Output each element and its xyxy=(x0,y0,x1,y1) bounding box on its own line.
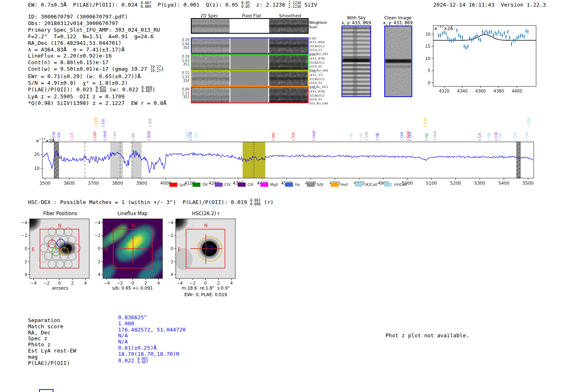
legend-item: SiIV xyxy=(307,183,324,187)
hsc-caption-1: m:18.6 re:1.8" s:0.9" xyxy=(182,285,230,290)
info-line: RA,Dec (176.482941,51.044701) xyxy=(28,40,167,46)
info-line: P(LAE)/P(OII): 0.023 0.0540.008 (w: 0.02… xyxy=(28,86,167,94)
match-table-value: 0.836625" xyxy=(118,315,186,321)
svg-text:E: E xyxy=(105,247,108,252)
match-table-label: P(LAE)/P(OII) xyxy=(28,360,76,366)
svg-text:4320: 4320 xyxy=(439,89,449,93)
spectral-line-label: ( CIII xyxy=(423,118,427,127)
stacked-fraction: 2.12362.1236 xyxy=(288,1,301,9)
spec2d-row-left-labels: 0.19 1.46 354 xyxy=(173,38,189,50)
legend-item: HeII xyxy=(331,183,348,187)
svg-text:2: 2 xyxy=(144,281,147,285)
match-table-label: RA, Dec xyxy=(28,330,76,336)
svg-text:N: N xyxy=(131,223,135,228)
spectral-line-label: ( SiIV xyxy=(93,116,98,127)
match-table-label: Spec z xyxy=(28,336,76,342)
svg-text:5: 5 xyxy=(428,68,430,73)
photz-note: Phot z plot not available. xyxy=(386,332,469,339)
svg-text:N: N xyxy=(204,223,207,228)
spectrum-line-legend: LyαOIICIVCIIIMgIIHγSiIVHeII(K)CaII(H)CaI… xyxy=(33,183,543,187)
svg-text:−2: −2 xyxy=(167,233,173,238)
match-table-value: 176.482572, 51.044720 xyxy=(118,327,186,333)
spectral-line-label: ( OII xyxy=(193,133,198,141)
info-line: λ = 4364.83Å σ = 7.41(±3.17)Å xyxy=(28,46,167,53)
svg-text:N: N xyxy=(58,223,61,228)
svg-text:0: 0 xyxy=(428,81,430,85)
match-table-value: 18.70(18.70,18.70)R xyxy=(118,351,186,357)
svg-text:4380: 4380 xyxy=(494,89,504,93)
spec2d-row xyxy=(191,54,309,70)
clean-image xyxy=(384,26,412,97)
stacked-fraction: 0.0650.007 xyxy=(137,357,148,364)
inset-flux-unit-label: e−17×2Å xyxy=(434,25,453,31)
spec2d-row-right-labels: 1.56" (433, 878) 20180312 v014_03 303_RU… xyxy=(309,86,328,105)
legend-swatch xyxy=(193,183,200,187)
svg-text:0: 0 xyxy=(25,246,27,251)
summary-header: EW: 0.7±0.3Å P(LAE)/P(OII): 0.024 0.0670… xyxy=(28,2,317,9)
svg-text:0: 0 xyxy=(204,281,207,285)
legend-swatch xyxy=(260,183,268,187)
spec2d-row xyxy=(191,70,309,87)
spectral-line-label: ( Hβ xyxy=(375,133,379,141)
info-line: Cont(w) = 9.50(±0.01)e-17 (gmag 19.27 19… xyxy=(28,66,167,73)
svg-text:4: 4 xyxy=(98,272,100,277)
weighted-sum-strips xyxy=(192,19,308,33)
spectral-line-label: ( Hγ xyxy=(348,133,353,141)
spectral-line-label: ( HeII xyxy=(311,131,316,141)
hsc-caption-2: EWr: 0, PLAE: 0.019 xyxy=(184,292,227,297)
spec2d-row-left-labels: 0.15 1.53 334 xyxy=(173,71,189,83)
info-line: EWr = 0.71(±0.29) (w: 0.65(±0.27))Å xyxy=(28,73,167,80)
svg-text:4360: 4360 xyxy=(475,89,485,93)
svg-text:20: 20 xyxy=(426,32,430,37)
stacked-fraction: 0.0610.006 xyxy=(250,199,261,206)
spectral-line-label: ( Hγ xyxy=(424,133,429,141)
match-table-labels: SeparationMatch scoreRA, DecSpec zPhoto … xyxy=(28,318,76,366)
svg-text:15: 15 xyxy=(426,44,430,49)
svg-text:2: 2 xyxy=(71,281,74,285)
svg-text:4340: 4340 xyxy=(457,89,467,93)
svg-text:0: 0 xyxy=(171,246,173,251)
spectral-line-label: ( Hγ xyxy=(358,133,363,141)
lineflux-caption: s/b: 0.65 +/- 0.091 xyxy=(112,285,153,290)
svg-text:E: E xyxy=(32,247,35,252)
next-panel-partial-box xyxy=(39,389,53,392)
spectral-line-label: ( OIII xyxy=(399,132,404,141)
spectral-line-label: ( SiII xyxy=(291,132,295,141)
col-header-smoothed: Smoothed xyxy=(279,13,301,18)
with-sky-coords: x, y: 433, 869 xyxy=(341,20,371,25)
svg-text:−2: −2 xyxy=(21,233,27,238)
legend-swatch xyxy=(355,183,362,187)
svg-text:−4: −4 xyxy=(104,281,110,285)
timestamp-version: 2024-12-14 16:11:43 Version 1.22.3 xyxy=(433,2,546,8)
line-fit-inset-plot: 4320434043604380440005101520 xyxy=(426,20,546,98)
svg-text:2: 2 xyxy=(171,260,173,264)
stacked-fraction: 0.0670.009 xyxy=(141,1,151,9)
legend-item: (H)CaII xyxy=(384,183,406,187)
spectral-line-label: ( SiII xyxy=(148,118,152,127)
info-line: ID: 3000670797 (3000670797.pdf) xyxy=(28,14,167,20)
svg-text:4: 4 xyxy=(230,281,232,285)
spectral-line-label: ( NV xyxy=(131,132,135,141)
spec2d-row-left-labels: 0.18 1.03 353 xyxy=(173,55,189,67)
spectral-line-label: ( Hβ xyxy=(486,133,491,141)
svg-text:−2: −2 xyxy=(117,281,123,285)
svg-text:0: 0 xyxy=(131,281,134,285)
legend-item: Lyα xyxy=(170,183,186,187)
fiber-xlabel: arcsecs xyxy=(52,285,68,290)
spectral-line-label: ( HeII xyxy=(102,131,107,141)
weighted-sum-label: WeightedSum xyxy=(309,21,327,29)
svg-text:2: 2 xyxy=(217,281,220,285)
spectral-line-label: ( CIV xyxy=(364,131,369,141)
spectral-line-label: ( CIV xyxy=(188,131,193,141)
legend-swatch xyxy=(307,183,315,187)
info-line: F=2.2" T=0.122 N=1.51 A=0.91 g=24.6 xyxy=(28,33,167,40)
match-table-label: Photo z xyxy=(28,342,76,348)
info-line: *Q(0.98) SiIV(1398) z = 2.1227 EW r = 0.… xyxy=(28,100,167,107)
svg-text:−4: −4 xyxy=(94,220,100,225)
spectral-line-label: ( HeII xyxy=(432,131,437,141)
match-table-value: 1.000 xyxy=(118,321,186,327)
svg-text:2: 2 xyxy=(25,260,27,264)
spec2d-row-left-labels: 0.09 1.15 353 xyxy=(173,88,189,100)
svg-text:E: E xyxy=(178,247,181,252)
stacked-fraction: 0.0540.008 xyxy=(95,86,106,93)
